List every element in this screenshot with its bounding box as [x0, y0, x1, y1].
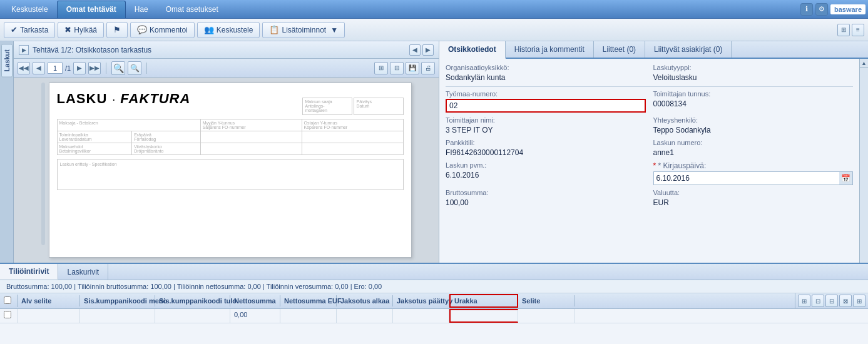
doc-prev-button[interactable]: ◀	[33, 62, 45, 74]
form-row-5: Laskun pvm.: 6.10.2016 * * Kirjauspäivä:…	[446, 161, 853, 185]
col-selite: Selite	[518, 295, 574, 306]
kommentoi-button[interactable]: 💬 Kommentoi	[130, 22, 195, 38]
col-jaksotus-paattyy: Jaksotus päättyy	[393, 295, 449, 306]
keskustele-button[interactable]: 👥 Keskustele	[197, 22, 260, 38]
nav-tab-hae[interactable]: Hae	[126, 1, 157, 18]
hylkaa-button[interactable]: ✖ Hylkää	[58, 22, 104, 38]
nav-tab-keskustele[interactable]: Keskustele	[3, 1, 57, 18]
bruttosumma-value: 100,00	[446, 198, 646, 208]
laskun-numero-value: anne1	[653, 148, 854, 158]
tab-tiliointi[interactable]: Tiliöintirivit	[0, 264, 58, 280]
tab-otsikkotiedot[interactable]: Otsikkotiedot	[439, 41, 506, 59]
field-laskun-pvm: Laskun pvm.: 6.10.2016	[446, 161, 646, 185]
task-label: Tehtävä 1/2: Otsikkotason tarkastus	[33, 46, 151, 54]
info-icon[interactable]: ℹ	[800, 3, 813, 16]
col-jaksotus-alkaa: Jaksotus alkaa	[337, 295, 393, 306]
tab-laskurivit[interactable]: Laskurivit	[58, 264, 108, 280]
doc-last-button[interactable]: ▶▶	[88, 62, 101, 74]
nav-tab-omat-asetukset[interactable]: Omat asetukset	[157, 1, 227, 18]
flag-button[interactable]: ⚑	[106, 22, 128, 38]
grid-action-2[interactable]: ⊡	[812, 295, 824, 307]
faktura-title: FAKTURA	[120, 91, 190, 107]
tab-liittyvat[interactable]: Liittyvät asiakirjat (0)	[645, 41, 732, 58]
col-checkbox	[0, 295, 18, 307]
doc-first-button[interactable]: ◀◀	[18, 62, 30, 74]
page-number-input[interactable]	[48, 63, 63, 74]
maksaja-label: Maksaja - Betalaren	[59, 121, 198, 125]
field-pankkitili: Pankkitili: FI96142630000112704	[446, 139, 646, 158]
grid-action-4[interactable]: ⊠	[839, 295, 852, 307]
row-checkbox[interactable]	[4, 311, 11, 318]
pankkitili-label: Pankkitili:	[446, 139, 646, 146]
grid-action-3[interactable]: ⊟	[825, 295, 838, 307]
cell-urakka[interactable]	[449, 309, 518, 323]
scrollbar-up[interactable]: ▲	[860, 59, 868, 68]
bottom-summary: Bruttosumma: 100,00 | Tiliöinnin bruttos…	[0, 280, 868, 293]
tab-historia[interactable]: Historia ja kommentit	[506, 41, 594, 58]
cell-nettosumma-euf	[280, 309, 337, 323]
top-nav-right: ℹ ⚙ basware	[800, 3, 865, 16]
myyjay-tunnus-label: Myyjän Y-tunnusSäljarens FO-nummer	[203, 121, 300, 129]
top-navigation: Keskustele Omat tehtävät Hae Omat asetuk…	[0, 0, 868, 19]
select-all-checkbox[interactable]	[4, 296, 11, 304]
toolbar-separator	[106, 63, 106, 74]
grid-action-1[interactable]: ⊞	[798, 295, 810, 307]
field-toimittajan-nimi: Toimittajan nimi: 3 STEP IT OY	[446, 116, 646, 135]
form-row-3: Toimittajan nimi: 3 STEP IT OY Yhteyshen…	[446, 116, 853, 135]
form-row-1: Organisaatioyksikkö: Sodankylän kunta La…	[446, 64, 853, 83]
organisaatioyksikko-value: Sodankylän kunta	[446, 73, 646, 83]
maksuehdot-label: MaksuehdotBetalningsvillkor	[59, 144, 130, 153]
doc-next-button[interactable]: ▶	[73, 62, 86, 74]
field-toimittajan-tunnus: Toimittajan tunnus: 00008134	[653, 90, 854, 113]
document-page: LASKU · FAKTURA Maksun saajaAntolings-mo…	[49, 83, 412, 258]
right-tabs: Otsikkotiedot Historia ja kommentit Liit…	[439, 41, 868, 59]
valuutta-label: Valuutta:	[653, 189, 854, 196]
tyomaa-numero-input[interactable]	[446, 99, 646, 113]
save-icon[interactable]: 💾	[406, 62, 419, 74]
col-urakka: Urakka	[449, 294, 518, 308]
dropdown-arrow-icon: ▼	[330, 26, 338, 34]
basware-logo: basware	[830, 4, 865, 14]
grid-view-button[interactable]: ⊞	[837, 24, 850, 36]
print-icon[interactable]: 🖨	[421, 62, 435, 74]
cell-jaksotus-paattyy	[393, 309, 449, 323]
task-arrow-right[interactable]: ▶	[19, 45, 29, 55]
tarkasta-button[interactable]: ✔ Tarkasta	[4, 22, 55, 38]
form-row-6: Bruttosumma: 100,00 Valuutta: EUR	[446, 189, 853, 208]
prev-task-button[interactable]: ◀	[409, 44, 421, 56]
cell-nettosumma: 0,00	[230, 309, 280, 323]
next-task-button[interactable]: ▶	[422, 44, 434, 56]
field-organisaatioyksikko: Organisaatioyksikkö: Sodankylän kunta	[446, 64, 646, 83]
field-laskutyyppi: Laskutyyppi: Veloituslasku	[653, 64, 854, 83]
lisatoiminnot-button[interactable]: 📋 Lisätoiminnot ▼	[262, 22, 345, 38]
grid-action-5[interactable]: ⊞	[853, 295, 865, 307]
zoom-in-button[interactable]: 🔍	[111, 61, 125, 75]
lasku-erittely-label: Laskun erittely - Specifikation	[60, 162, 401, 166]
toimittajan-nimi-label: Toimittajan nimi:	[446, 116, 646, 124]
yhteyshenkilo-label: Yhteyshenkilö:	[653, 116, 854, 124]
nav-tab-omat-tehtavat[interactable]: Omat tehtävät	[57, 1, 126, 18]
toolbar-separator-2	[146, 63, 147, 74]
zoom-out-button[interactable]: 🔍	[128, 61, 141, 75]
tab-liitteet[interactable]: Liitteet (0)	[594, 41, 645, 58]
laskun-pvm-label: Laskun pvm.:	[446, 161, 646, 169]
copy-icon[interactable]: ⊞	[374, 62, 388, 74]
organisaatioyksikko-label: Organisaatioyksikkö:	[446, 64, 646, 71]
kirjauspaiva-input[interactable]	[653, 171, 840, 185]
field-yhteyshenkilo: Yhteyshenkilö: Teppo Sodankyla	[653, 116, 854, 135]
list-view-button[interactable]: ≡	[852, 24, 864, 36]
col-alv-selite: Alv selite	[18, 295, 80, 306]
settings-icon[interactable]: ⚙	[815, 3, 828, 16]
required-star: *	[653, 161, 658, 170]
pankkitili-value: FI96142630000112704	[446, 148, 646, 158]
dot-separator: ·	[112, 93, 115, 106]
flag-icon: ⚑	[113, 25, 121, 34]
grid2-icon[interactable]: ⊟	[390, 62, 404, 74]
cell-sis-tulo	[155, 309, 230, 323]
laskut-tab[interactable]: Laskut	[1, 44, 13, 77]
chat-icon: 👥	[204, 25, 214, 34]
comment-icon: 💬	[137, 25, 147, 34]
yhteyshenkilo-value: Teppo Sodankyla	[653, 125, 854, 135]
kirjauspaiva-field-wrapper: 📅	[653, 171, 854, 185]
calendar-icon[interactable]: 📅	[839, 171, 853, 185]
